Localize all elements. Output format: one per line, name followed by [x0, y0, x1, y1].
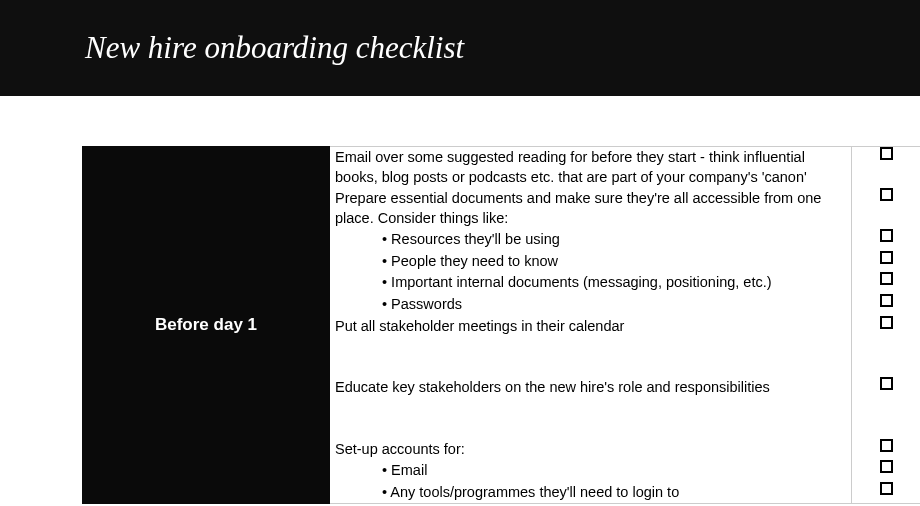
task-row: • People they need to know	[330, 251, 920, 273]
page-title: New hire onboarding checklist	[85, 30, 464, 66]
checkbox-cell	[852, 377, 920, 390]
checkbox[interactable]	[880, 188, 893, 201]
checkbox[interactable]	[880, 377, 893, 390]
task-row: Prepare essential documents and make sur…	[330, 188, 920, 229]
checkbox[interactable]	[880, 294, 893, 307]
checkbox-cell	[852, 147, 920, 160]
task-row	[330, 399, 920, 439]
task-text: • Important internal documents (messagin…	[330, 272, 852, 294]
checkbox[interactable]	[880, 482, 893, 495]
checkbox[interactable]	[880, 316, 893, 329]
checkbox[interactable]	[880, 439, 893, 452]
task-text: Prepare essential documents and make sur…	[330, 188, 852, 229]
checkbox-cell	[852, 439, 920, 452]
task-text: Educate key stakeholders on the new hire…	[330, 377, 852, 399]
task-text	[330, 399, 852, 439]
checkbox-cell	[852, 294, 920, 307]
task-row: Put all stakeholder meetings in their ca…	[330, 316, 920, 338]
task-row: • Passwords	[330, 294, 920, 316]
checkbox[interactable]	[880, 229, 893, 242]
checkbox[interactable]	[880, 147, 893, 160]
task-text: • Passwords	[330, 294, 852, 316]
task-text: Set-up accounts for:	[330, 439, 852, 461]
task-text	[330, 337, 852, 377]
task-row: • Email	[330, 460, 920, 482]
tasks-column: Email over some suggested reading for be…	[330, 146, 920, 504]
task-row	[330, 337, 920, 377]
checklist-table: Before day 1 Email over some suggested r…	[82, 146, 920, 504]
checkbox-cell	[852, 272, 920, 285]
task-row: Email over some suggested reading for be…	[330, 147, 920, 188]
checkbox[interactable]	[880, 460, 893, 473]
task-row: Set-up accounts for:	[330, 439, 920, 461]
checkbox-cell	[852, 460, 920, 473]
task-row: • Important internal documents (messagin…	[330, 272, 920, 294]
section-label-text: Before day 1	[155, 315, 257, 335]
content-area: Before day 1 Email over some suggested r…	[0, 96, 920, 504]
checkbox-cell	[852, 188, 920, 201]
task-text: • Email	[330, 460, 852, 482]
task-text: Email over some suggested reading for be…	[330, 147, 852, 188]
task-text: • People they need to know	[330, 251, 852, 273]
task-row: Educate key stakeholders on the new hire…	[330, 377, 920, 399]
task-text: • Any tools/programmes they'll need to l…	[330, 482, 852, 504]
task-text: Put all stakeholder meetings in their ca…	[330, 316, 852, 338]
checkbox[interactable]	[880, 251, 893, 264]
page-header: New hire onboarding checklist	[0, 0, 920, 96]
section-label: Before day 1	[82, 146, 330, 504]
checkbox-cell	[852, 229, 920, 242]
checkbox-cell	[852, 482, 920, 495]
checkbox[interactable]	[880, 272, 893, 285]
checkbox-cell	[852, 251, 920, 264]
task-row: • Any tools/programmes they'll need to l…	[330, 482, 920, 504]
task-text: • Resources they'll be using	[330, 229, 852, 251]
task-row: • Resources they'll be using	[330, 229, 920, 251]
checkbox-cell	[852, 316, 920, 329]
